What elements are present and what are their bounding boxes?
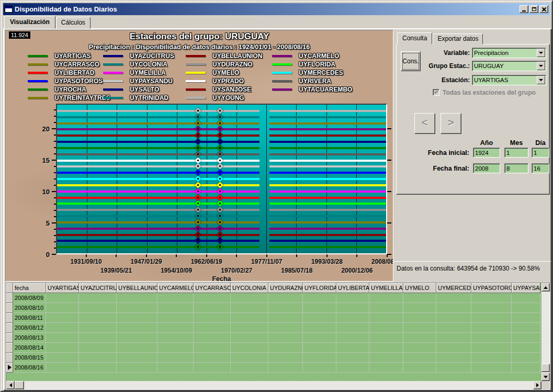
table-header-cell[interactable]: UYBELLAUNION xyxy=(117,283,157,293)
table-cell[interactable] xyxy=(46,333,79,343)
table-cell[interactable] xyxy=(46,303,79,313)
table-cell[interactable] xyxy=(512,343,540,353)
table-cell[interactable] xyxy=(436,353,471,363)
row-selector[interactable] xyxy=(6,333,13,343)
table-cell[interactable] xyxy=(303,313,336,323)
table-cell[interactable] xyxy=(403,353,436,363)
table-header-cell[interactable]: UYCOLONIA xyxy=(231,283,268,293)
table-cell[interactable] xyxy=(436,323,471,333)
table-cell[interactable] xyxy=(303,343,336,353)
table-cell[interactable] xyxy=(46,293,79,303)
table-cell[interactable] xyxy=(268,363,303,373)
row-selector[interactable] xyxy=(6,343,13,353)
table-cell[interactable] xyxy=(336,363,369,373)
table-cell[interactable] xyxy=(79,303,117,313)
table-cell[interactable] xyxy=(336,323,369,333)
table-cell[interactable] xyxy=(157,293,194,303)
table-header-cell[interactable]: UYCARMELO xyxy=(157,283,194,293)
table-cell[interactable] xyxy=(369,343,403,353)
fecha-cell[interactable]: 2008/08/16 xyxy=(13,363,46,373)
table-cell[interactable] xyxy=(268,313,303,323)
table-cell[interactable] xyxy=(436,343,471,353)
table-cell[interactable] xyxy=(303,353,336,363)
table-cell[interactable] xyxy=(512,313,540,323)
table-cell[interactable] xyxy=(46,343,79,353)
table-cell[interactable] xyxy=(194,343,231,353)
table-cell[interactable] xyxy=(46,323,79,333)
table-cell[interactable] xyxy=(336,333,369,343)
table-cell[interactable] xyxy=(403,293,436,303)
table-cell[interactable] xyxy=(194,293,231,303)
table-cell[interactable] xyxy=(471,303,512,313)
variable-dropdown-button[interactable] xyxy=(537,49,545,57)
table-cell[interactable] xyxy=(303,293,336,303)
table-cell[interactable] xyxy=(194,363,231,373)
table-cell[interactable] xyxy=(369,323,403,333)
table-cell[interactable] xyxy=(231,363,268,373)
table-cell[interactable] xyxy=(512,353,540,363)
minimize-button[interactable] xyxy=(520,5,528,13)
table-cell[interactable] xyxy=(231,353,268,363)
table-cell[interactable] xyxy=(268,343,303,353)
scroll-left-button[interactable] xyxy=(6,381,15,389)
table-cell[interactable] xyxy=(336,353,369,363)
vertical-scroll-thumb[interactable] xyxy=(541,364,550,372)
table-cell[interactable] xyxy=(194,353,231,363)
table-cell[interactable] xyxy=(79,313,117,323)
table-cell[interactable] xyxy=(157,323,194,333)
fecha-cell[interactable]: 2008/08/13 xyxy=(13,333,46,343)
table-cell[interactable] xyxy=(369,333,403,343)
table-cell[interactable] xyxy=(436,293,471,303)
table-cell[interactable] xyxy=(303,323,336,333)
table-cell[interactable] xyxy=(369,363,403,373)
table-cell[interactable] xyxy=(303,363,336,373)
table-cell[interactable] xyxy=(471,343,512,353)
table-cell[interactable] xyxy=(194,333,231,343)
table-cell[interactable] xyxy=(231,303,268,313)
table-cell[interactable] xyxy=(512,293,540,303)
fecha-final-month-input[interactable]: 8 xyxy=(504,163,528,173)
table-header-cell[interactable]: UYPAYSANDU xyxy=(512,283,540,293)
fecha-final-year-input[interactable]: 2008 xyxy=(473,163,500,173)
table-cell[interactable] xyxy=(369,293,403,303)
table-cell[interactable] xyxy=(403,363,436,373)
table-cell[interactable] xyxy=(471,323,512,333)
row-selector[interactable] xyxy=(6,293,13,303)
table-header-cell[interactable]: UYMERCEDES xyxy=(436,283,471,293)
fecha-inicial-day-input[interactable]: 1 xyxy=(532,148,549,158)
table-cell[interactable] xyxy=(46,363,79,373)
table-cell[interactable] xyxy=(471,293,512,303)
maximize-button[interactable] xyxy=(529,5,538,13)
table-cell[interactable] xyxy=(231,313,268,323)
row-selector[interactable] xyxy=(6,313,13,323)
table-cell[interactable] xyxy=(336,303,369,313)
scroll-down-button[interactable] xyxy=(541,373,550,381)
table-cell[interactable] xyxy=(117,303,157,313)
table-cell[interactable] xyxy=(471,313,512,323)
table-cell[interactable] xyxy=(231,293,268,303)
table-cell[interactable] xyxy=(157,313,194,323)
variable-select[interactable]: Precipitacion xyxy=(472,48,546,58)
table-cell[interactable] xyxy=(303,333,336,343)
table-cell[interactable] xyxy=(471,363,512,373)
fecha-cell[interactable]: 2008/08/11 xyxy=(13,313,46,323)
table-cell[interactable] xyxy=(403,313,436,323)
table-cell[interactable] xyxy=(117,333,157,343)
table-cell[interactable] xyxy=(268,333,303,343)
table-cell[interactable] xyxy=(231,323,268,333)
table-cell[interactable] xyxy=(268,353,303,363)
table-header-cell[interactable]: UYAZUCITRUS xyxy=(79,283,117,293)
table-header-cell[interactable]: UYMELO xyxy=(403,283,436,293)
fecha-inicial-year-input[interactable]: 1924 xyxy=(473,148,500,158)
table-horizontal-scrollbar[interactable] xyxy=(6,381,541,389)
table-header-cell[interactable]: UYLIBERTAD xyxy=(336,283,369,293)
tab-calculos[interactable]: Cálculos xyxy=(56,17,91,29)
table-vertical-scrollbar[interactable] xyxy=(541,283,550,381)
close-button[interactable] xyxy=(539,5,548,13)
table-header-cell[interactable]: UYFLORIDA xyxy=(303,283,336,293)
table-cell[interactable] xyxy=(117,343,157,353)
table-cell[interactable] xyxy=(79,323,117,333)
table-cell[interactable] xyxy=(117,353,157,363)
table-cell[interactable] xyxy=(512,323,540,333)
table-cell[interactable] xyxy=(194,303,231,313)
